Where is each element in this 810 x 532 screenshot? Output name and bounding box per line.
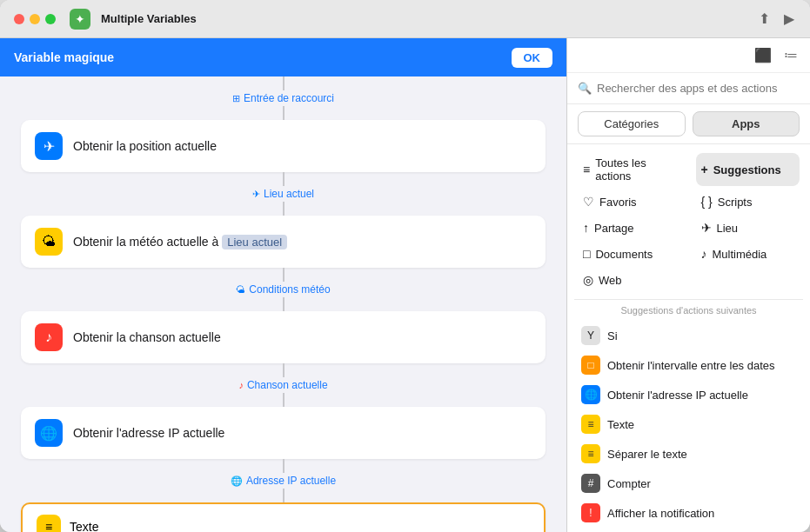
intervalle-icon: □ (581, 356, 600, 375)
partage-icon: ↑ (583, 221, 589, 235)
app-icon: ✦ (70, 9, 90, 30)
suggestion-separer[interactable]: ≡ Séparer le texte (578, 439, 800, 469)
category-documents[interactable]: □ Documents (578, 243, 682, 264)
connector-line (283, 393, 285, 407)
suggestion-infos-appareil[interactable]: ○ Obtenir les informations de l'appareil (578, 528, 800, 532)
play-button[interactable]: ▶ (782, 9, 796, 29)
suggestion-adresse-ip[interactable]: 🌐 Obtenir l'adresse IP actuelle (578, 380, 800, 409)
tray-icon: ⬛ (754, 47, 772, 63)
connector-line (283, 202, 285, 216)
step-ip-text: Obtenir l'adresse IP actuelle (73, 426, 224, 440)
connector-line (283, 76, 285, 90)
step-music-text: Obtenir la chanson actuelle (73, 330, 221, 344)
step-meteo-text: Obtenir la météo actuelle à Lieu actuel (73, 235, 287, 249)
meteo-variable-pill[interactable]: Lieu actuel (222, 235, 287, 249)
music-output-label[interactable]: ♪ Chanson actuelle (238, 379, 327, 391)
category-web-label: Web (599, 274, 622, 287)
category-lieu-label: Lieu (717, 222, 739, 235)
suggestion-intervalle-label: Obtenir l'intervalle entre les dates (607, 359, 775, 372)
category-favoris[interactable]: ♡ Favoris (578, 191, 682, 212)
music-output-connector: ♪ Chanson actuelle (21, 363, 546, 407)
filter-icon-button[interactable]: ≔ (782, 45, 800, 65)
entry-icon: ⊞ (232, 93, 240, 104)
step-ip-card[interactable]: 🌐 Obtenir l'adresse IP actuelle (21, 407, 546, 459)
meteo-output-icon: 🌤 (236, 284, 245, 295)
suggestion-intervalle[interactable]: □ Obtenir l'intervalle entre les dates (578, 350, 800, 380)
step-music-card[interactable]: ♪ Obtenir la chanson actuelle (21, 311, 546, 363)
suggestion-notification[interactable]: ! Afficher la notification (578, 498, 800, 528)
location-output-connector: ✈ Lieu actuel (21, 172, 546, 216)
suggestion-texte[interactable]: ≡ Texte (578, 409, 800, 439)
tab-categories[interactable]: Catégories (578, 111, 686, 136)
main-content: Variable magique OK ⊞ Entrée de raccourc… (0, 38, 810, 532)
maximize-button[interactable] (45, 14, 56, 24)
suggestion-si-label: Si (607, 329, 618, 342)
web-icon: ◎ (583, 273, 593, 287)
category-all[interactable]: ≡ Toutes les actions (578, 153, 682, 186)
category-multimedia[interactable]: ♪ Multimédia (696, 243, 800, 264)
step-ip-icon: 🌐 (35, 419, 63, 447)
texte-icon: ≡ (581, 415, 600, 434)
steps-container: ⊞ Entrée de raccourci ✈ Obtenir la posit… (0, 76, 566, 532)
connector-line (283, 363, 285, 377)
ip-output-icon: 🌐 (231, 475, 243, 487)
suggestion-compter[interactable]: # Compter (578, 469, 800, 498)
category-suggestions-label: Suggestions (713, 163, 781, 176)
search-input[interactable] (597, 82, 800, 95)
category-scripts[interactable]: { } Scripts (696, 191, 800, 212)
traffic-lights (14, 14, 56, 24)
entry-label: ⊞ Entrée de raccourci (232, 92, 334, 104)
suggestion-texte-label: Texte (607, 418, 634, 431)
close-button[interactable] (14, 14, 24, 24)
play-icon: ▶ (784, 10, 794, 27)
category-partage[interactable]: ↑ Partage (578, 217, 682, 238)
share-button[interactable]: ⬆ (757, 9, 772, 29)
suggestion-adresse-ip-label: Obtenir l'adresse IP actuelle (607, 389, 748, 402)
ok-button[interactable]: OK (512, 48, 553, 68)
category-lieu[interactable]: ✈ Lieu (696, 217, 800, 238)
category-scripts-label: Scripts (718, 196, 753, 209)
category-web[interactable]: ◎ Web (578, 269, 682, 290)
main-window: ✦ Multiple Variables ⬆ ▶ Variable magiqu… (0, 0, 810, 532)
category-partage-label: Partage (594, 222, 634, 235)
step-meteo-icon: 🌤 (35, 228, 63, 256)
category-suggestions[interactable]: + Suggestions (696, 153, 800, 186)
titlebar: ✦ Multiple Variables ⬆ ▶ (0, 0, 810, 38)
compter-icon: # (581, 474, 600, 493)
connector-line (283, 172, 285, 186)
connector-line (283, 268, 285, 282)
tray-icon-button[interactable]: ⬛ (753, 45, 773, 65)
location-output-label[interactable]: ✈ Lieu actuel (252, 188, 314, 200)
tab-apps[interactable]: Apps (693, 111, 800, 136)
variable-magic-header: Variable magique OK (0, 38, 566, 76)
suggestions-section: Suggestions d'actions suivantes Y Si □ O… (567, 300, 810, 532)
meteo-output-label[interactable]: 🌤 Conditions météo (236, 283, 330, 296)
suggestions-title: Suggestions d'actions suivantes (578, 305, 800, 316)
step-location-card[interactable]: ✈ Obtenir la position actuelle (21, 120, 546, 172)
connector-line (283, 489, 285, 502)
suggestion-si[interactable]: Y Si (578, 321, 800, 350)
notification-icon: ! (581, 503, 600, 522)
step-meteo-card[interactable]: 🌤 Obtenir la météo actuelle à Lieu actue… (21, 216, 546, 268)
entry-connector: ⊞ Entrée de raccourci (21, 76, 546, 120)
suggestion-notification-label: Afficher la notification (607, 507, 714, 520)
window-title: Multiple Variables (101, 12, 750, 25)
ip-output-connector: 🌐 Adresse IP actuelle (21, 459, 546, 502)
connector-line (283, 459, 285, 473)
adresse-ip-icon: 🌐 (581, 385, 600, 404)
connector-line (283, 297, 285, 311)
text-step-header: ≡ Texte (37, 515, 530, 532)
titlebar-actions: ⬆ ▶ (757, 9, 796, 29)
minimize-button[interactable] (30, 14, 40, 24)
suggestion-separer-label: Séparer le texte (607, 448, 687, 461)
filter-icon: ≔ (784, 47, 798, 63)
ip-output-label[interactable]: 🌐 Adresse IP actuelle (231, 475, 336, 487)
multimedia-icon: ♪ (701, 247, 707, 261)
scripts-icon: { } (701, 195, 713, 209)
documents-icon: □ (583, 247, 590, 261)
connector-line (283, 106, 285, 120)
music-output-icon: ♪ (238, 380, 244, 390)
step-location-icon: ✈ (35, 132, 63, 160)
variable-magic-title: Variable magique (14, 50, 114, 64)
step-text-card[interactable]: ≡ Texte Texte (21, 502, 546, 532)
